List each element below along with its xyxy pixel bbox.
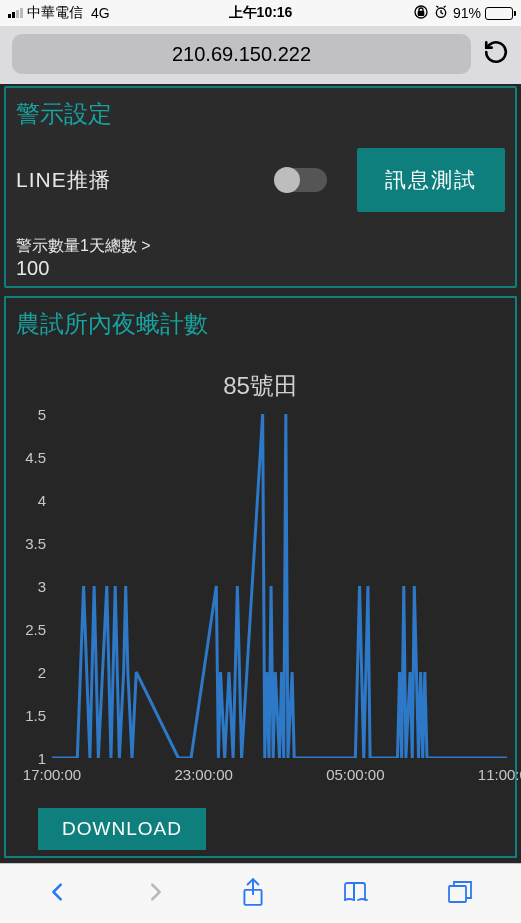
y-axis: 11.522.533.544.55 [10,414,50,758]
y-tick: 2 [38,664,46,681]
url-field[interactable]: 210.69.150.222 [12,34,471,74]
y-tick: 3 [38,578,46,595]
y-tick: 1 [38,750,46,767]
download-button[interactable]: DOWNLOAD [38,808,206,850]
x-tick: 11:00:00 [478,766,521,783]
tabs-icon[interactable] [446,879,474,909]
ios-status-bar: 中華電信 4G 上午10:16 91% [0,0,521,26]
forward-icon[interactable] [144,878,166,910]
battery-icon [485,7,513,20]
chart-area: 11.522.533.544.55 17:00:0023:00:0005:00:… [10,414,511,794]
x-tick: 17:00:00 [23,766,81,783]
back-icon[interactable] [47,878,69,910]
chart-title: 85號田 [10,352,511,408]
carrier-label: 中華電信 [27,4,83,22]
svg-rect-4 [449,886,466,902]
y-tick: 1.5 [25,707,46,724]
reload-icon[interactable] [483,39,509,69]
threshold-value[interactable]: 100 [16,257,505,286]
alarm-icon [433,4,449,23]
bookmarks-icon[interactable] [341,879,371,909]
y-tick: 3.5 [25,535,46,552]
threshold-label: 警示數量1天總數 > [16,232,505,257]
line-push-label: LINE推播 [16,166,111,194]
clock-label: 上午10:16 [229,4,293,22]
y-tick: 4 [38,492,46,509]
x-tick: 05:00:00 [326,766,384,783]
chart-panel-title: 農試所內夜蛾計數 [10,304,511,352]
battery-percent-label: 91% [453,5,481,21]
page-content: 警示設定 LINE推播 訊息測試 警示數量1天總數 > 100 農試所內夜蛾計數… [0,84,521,863]
y-tick: 2.5 [25,621,46,638]
svg-rect-1 [418,11,423,15]
y-tick: 4.5 [25,449,46,466]
message-test-button[interactable]: 訊息測試 [357,148,505,212]
x-tick: 23:00:00 [174,766,232,783]
url-text: 210.69.150.222 [172,43,311,66]
line-push-toggle[interactable] [275,168,327,192]
lock-rotation-icon [413,4,429,23]
safari-toolbar [0,863,521,923]
chart-line [52,414,507,758]
x-axis: 17:00:0023:00:0005:00:0011:00:00 [52,762,507,794]
share-icon[interactable] [240,877,266,911]
browser-url-bar: 210.69.150.222 [0,26,521,84]
alert-panel-title: 警示設定 [16,94,505,142]
signal-icon [8,8,23,18]
moth-count-panel: 農試所內夜蛾計數 85號田 11.522.533.544.55 17:00:00… [4,296,517,858]
chart-plot [52,414,507,758]
alert-settings-panel: 警示設定 LINE推播 訊息測試 警示數量1天總數 > 100 [4,86,517,288]
network-label: 4G [91,5,110,21]
y-tick: 5 [38,406,46,423]
